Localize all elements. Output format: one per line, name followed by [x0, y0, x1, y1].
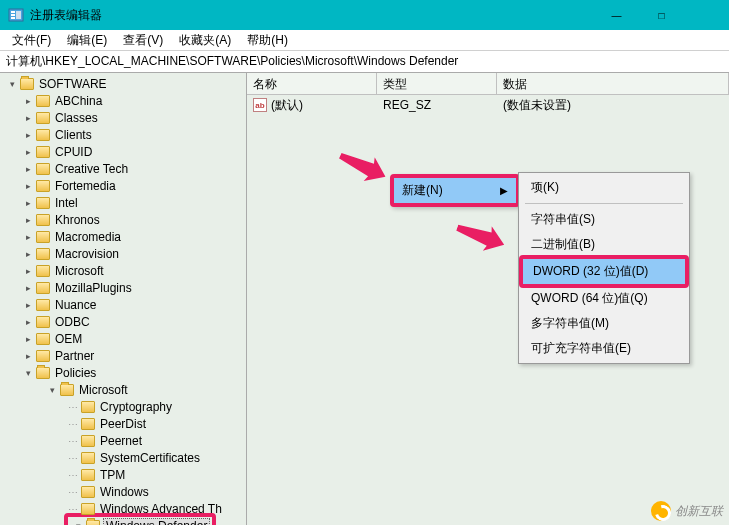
expander-right-icon[interactable]: ▸ — [22, 231, 34, 243]
string-value-icon: ab — [253, 98, 267, 112]
expander-right-icon[interactable]: ▸ — [22, 180, 34, 192]
folder-icon — [36, 248, 50, 260]
menu-item-string[interactable]: 字符串值(S) — [521, 207, 687, 232]
menu-bar: 文件(F) 编辑(E) 查看(V) 收藏夹(A) 帮助(H) — [0, 30, 729, 51]
tree-node[interactable]: ▸CPUID — [0, 144, 246, 160]
expander-down-icon[interactable]: ▾ — [6, 78, 18, 90]
tree-guide-icon: ⋯ — [68, 453, 77, 464]
expander-right-icon[interactable]: ▸ — [22, 282, 34, 294]
expander-right-icon[interactable]: ▸ — [22, 214, 34, 226]
menu-item-key[interactable]: 项(K) — [521, 175, 687, 200]
folder-icon — [36, 214, 50, 226]
expander-right-icon[interactable]: ▸ — [22, 197, 34, 209]
expander-down-icon[interactable]: ▾ — [46, 384, 58, 396]
menu-separator — [525, 203, 683, 204]
tree-node[interactable]: ⋯TPM — [0, 467, 246, 483]
expander-down-icon[interactable]: ▾ — [22, 367, 34, 379]
tree-node[interactable]: ▸OEM — [0, 331, 246, 347]
expander-right-icon[interactable]: ▸ — [22, 163, 34, 175]
tree-panel[interactable]: ▾ SOFTWARE ▸ABChina▸Classes▸Clients▸CPUI… — [0, 73, 247, 525]
tree-node[interactable]: ▸Microsoft — [0, 263, 246, 279]
tree-node[interactable]: ▸Macrovision — [0, 246, 246, 262]
watermark-logo-icon — [651, 501, 671, 521]
tree-node[interactable]: ▸Classes — [0, 110, 246, 126]
menu-favorites[interactable]: 收藏夹(A) — [171, 30, 239, 51]
context-menu-new-types: 项(K) 字符串值(S) 二进制值(B) DWORD (32 位)值(D) QW… — [518, 172, 690, 364]
maximize-button[interactable]: □ — [639, 0, 684, 30]
tree-node[interactable]: ⋯Peernet — [0, 433, 246, 449]
folder-icon — [60, 384, 74, 396]
tree-node[interactable]: ▸Nuance — [0, 297, 246, 313]
tree-node-windows-defender[interactable]: ▾ Windows Defender — [0, 518, 246, 525]
expander-right-icon[interactable]: ▸ — [22, 265, 34, 277]
menu-file[interactable]: 文件(F) — [4, 30, 59, 51]
tree-node-software[interactable]: ▾ SOFTWARE — [0, 76, 246, 92]
folder-icon — [36, 146, 50, 158]
menu-item-dword[interactable]: DWORD (32 位)值(D) — [523, 259, 685, 284]
tree-node[interactable]: ▸ABChina — [0, 93, 246, 109]
tree-node[interactable]: ⋯Windows — [0, 484, 246, 500]
tree-node[interactable]: ▾Policies — [0, 365, 246, 381]
tree-node[interactable]: ▸Partner — [0, 348, 246, 364]
tree-node[interactable]: ▸Clients — [0, 127, 246, 143]
svg-rect-3 — [11, 17, 15, 19]
expander-right-icon[interactable]: ▸ — [22, 316, 34, 328]
expander-right-icon[interactable]: ▸ — [22, 95, 34, 107]
expander-right-icon[interactable]: ▸ — [22, 248, 34, 260]
submenu-arrow-icon: ▶ — [500, 185, 508, 196]
expander-down-icon[interactable]: ▾ — [72, 520, 84, 525]
expander-right-icon[interactable]: ▸ — [22, 350, 34, 362]
title-bar: 注册表编辑器 — □ — [0, 0, 729, 30]
tree-node[interactable]: ⋯PeerDist — [0, 416, 246, 432]
svg-rect-4 — [16, 11, 21, 19]
expander-right-icon[interactable]: ▸ — [22, 129, 34, 141]
expander-right-icon[interactable]: ▸ — [22, 112, 34, 124]
menu-item-expandstring[interactable]: 可扩充字符串值(E) — [521, 336, 687, 361]
close-button[interactable] — [684, 0, 729, 30]
tree-node[interactable]: ▸MozillaPlugins — [0, 280, 246, 296]
menu-item-new[interactable]: 新建(N) ▶ — [394, 178, 516, 203]
tree-node[interactable]: ▸Intel — [0, 195, 246, 211]
list-header: 名称 类型 数据 — [247, 73, 729, 95]
folder-icon — [36, 265, 50, 277]
tree-node[interactable]: ⋯SystemCertificates — [0, 450, 246, 466]
list-row[interactable]: ab (默认) REG_SZ (数值未设置) — [247, 95, 729, 113]
tree-guide-icon: ⋯ — [68, 436, 77, 447]
tree-node[interactable]: ▸Creative Tech — [0, 161, 246, 177]
column-header-type[interactable]: 类型 — [377, 73, 497, 94]
tree-node-microsoft[interactable]: ▾ Microsoft — [0, 382, 246, 398]
folder-icon — [36, 129, 50, 141]
menu-help[interactable]: 帮助(H) — [239, 30, 296, 51]
annotation-arrow-icon — [333, 144, 391, 192]
column-header-data[interactable]: 数据 — [497, 73, 729, 94]
address-bar[interactable]: 计算机\HKEY_LOCAL_MACHINE\SOFTWARE\Policies… — [0, 51, 729, 73]
tree-node[interactable]: ▸Fortemedia — [0, 178, 246, 194]
menu-edit[interactable]: 编辑(E) — [59, 30, 115, 51]
folder-icon — [81, 452, 95, 464]
folder-icon — [36, 299, 50, 311]
menu-item-qword[interactable]: QWORD (64 位)值(Q) — [521, 286, 687, 311]
folder-icon — [36, 163, 50, 175]
tree-guide-icon: ⋯ — [68, 402, 77, 413]
tree-node[interactable]: ▸Macromedia — [0, 229, 246, 245]
tree-node[interactable]: ⋯Cryptography — [0, 399, 246, 415]
expander-right-icon[interactable]: ▸ — [22, 299, 34, 311]
expander-right-icon[interactable]: ▸ — [22, 146, 34, 158]
tree-node[interactable]: ▸ODBC — [0, 314, 246, 330]
expander-right-icon[interactable]: ▸ — [22, 333, 34, 345]
folder-icon — [36, 350, 50, 362]
folder-icon — [81, 435, 95, 447]
watermark: 创新互联 — [651, 501, 723, 521]
tree-node[interactable]: ▸Khronos — [0, 212, 246, 228]
minimize-button[interactable]: — — [594, 0, 639, 30]
menu-item-binary[interactable]: 二进制值(B) — [521, 232, 687, 257]
highlight-annotation: DWORD (32 位)值(D) — [519, 255, 689, 288]
folder-icon — [36, 112, 50, 124]
menu-view[interactable]: 查看(V) — [115, 30, 171, 51]
folder-icon — [36, 333, 50, 345]
tree-guide-icon: ⋯ — [68, 487, 77, 498]
folder-icon — [81, 401, 95, 413]
folder-icon — [36, 282, 50, 294]
column-header-name[interactable]: 名称 — [247, 73, 377, 94]
menu-item-multistring[interactable]: 多字符串值(M) — [521, 311, 687, 336]
